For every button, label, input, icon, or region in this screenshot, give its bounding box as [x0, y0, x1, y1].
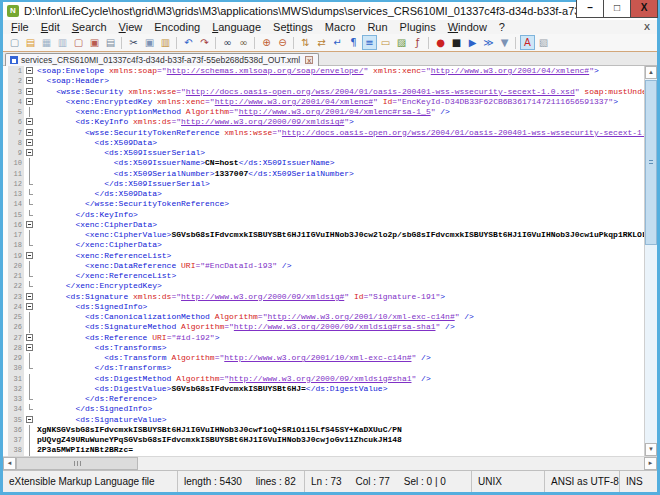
code-line[interactable]: pUQvgZ49URuWuneYPqSGVsbG8sIFdvcmxkISBUYS…: [37, 435, 644, 445]
menubar-close-icon[interactable]: X: [637, 22, 657, 32]
code-line[interactable]: </ds:SignedInfo>: [37, 404, 644, 414]
tab-close-icon[interactable]: x: [305, 56, 313, 64]
code-area[interactable]: <soap:Envelope xmlns:soap="http://schema…: [36, 66, 644, 456]
macro-record-button[interactable]: ●: [433, 35, 448, 50]
menu-item-settings[interactable]: Settings: [267, 21, 319, 33]
code-line[interactable]: <ds:X509IssuerSerial>: [37, 148, 644, 158]
code-line[interactable]: </xenc:CipherData>: [37, 240, 644, 250]
macro-save-button[interactable]: ▼: [497, 35, 512, 50]
fold-collapse-box[interactable]: [24, 138, 36, 148]
code-line[interactable]: <ds:DigestValue>SGVsbG8sIFdvcmxkISBUYSBt…: [37, 384, 644, 394]
code-line[interactable]: <wsse:SecurityTokenReference xmlns:wsse=…: [37, 128, 644, 138]
sync-horizontal-button[interactable]: ⇄: [314, 35, 329, 50]
menu-item-encoding[interactable]: Encoding: [148, 21, 206, 33]
close-window-button[interactable]: X: [630, 0, 658, 18]
menu-item-run[interactable]: Run: [361, 21, 393, 33]
code-line[interactable]: </ds:Transforms>: [37, 363, 644, 373]
macro-run-multiple-button[interactable]: ≫: [481, 35, 496, 50]
copy-button[interactable]: ▣: [142, 35, 157, 50]
code-line[interactable]: <xenc:EncryptionMethod Algorithm="http:/…: [37, 107, 644, 117]
code-line[interactable]: <wsse:Security xmlns:wsse="http://docs.o…: [37, 87, 644, 97]
code-line[interactable]: </ds:X509Data>: [37, 189, 644, 199]
code-line[interactable]: <soap:Envelope xmlns:soap="http://schema…: [37, 66, 644, 76]
code-line[interactable]: </xenc:EncryptedKey>: [37, 281, 644, 291]
show-all-chars-button[interactable]: ¶: [346, 35, 361, 50]
close-all-button[interactable]: ▣: [87, 35, 102, 50]
fold-collapse-box[interactable]: [24, 66, 36, 76]
menu-item-macro[interactable]: Macro: [319, 21, 362, 33]
macro-play-button[interactable]: ▶: [465, 35, 480, 50]
code-line[interactable]: <ds:X509IssuerName>CN=host</ds:X509Issue…: [37, 158, 644, 168]
spell-check-button[interactable]: A: [520, 35, 535, 50]
code-line[interactable]: <xenc:ReferenceList>: [37, 251, 644, 261]
fold-collapse-box[interactable]: [24, 292, 36, 302]
code-line[interactable]: <ds:Signature xmlns:ds="http://www.w3.or…: [37, 292, 644, 302]
code-line[interactable]: <ds:DigestMethod Algorithm="http://www.w…: [37, 374, 644, 384]
find-button[interactable]: ∞: [220, 35, 235, 50]
menu-item-window[interactable]: Window: [442, 21, 493, 33]
code-line[interactable]: XgNKSGVsbG8sIFdvcmxkISBUYSBt6HJ1IGVuIHNo…: [37, 425, 644, 435]
menu-item-language[interactable]: Language: [206, 21, 267, 33]
menu-item-help[interactable]: ?: [493, 21, 511, 33]
fold-collapse-box[interactable]: [24, 128, 36, 138]
fold-collapse-box[interactable]: [24, 148, 36, 158]
fold-collapse-box[interactable]: [24, 117, 36, 127]
code-line[interactable]: </wsse:SecurityTokenReference>: [37, 199, 644, 209]
function-list-button[interactable]: ƒ: [410, 35, 425, 50]
code-line[interactable]: </ds:X509IssuerSerial>: [37, 179, 644, 189]
fold-collapse-box[interactable]: [24, 76, 36, 86]
editor-pane[interactable]: 1234567891011121314151617181920212223242…: [3, 66, 657, 456]
code-line[interactable]: </xenc:ReferenceList>: [37, 271, 644, 281]
macro-stop-button[interactable]: ■: [449, 35, 464, 50]
word-wrap-button[interactable]: ↵: [330, 35, 345, 50]
fold-margin[interactable]: [24, 66, 36, 456]
code-line[interactable]: <ds:X509Data>: [37, 138, 644, 148]
document-map-button[interactable]: ▨: [394, 35, 409, 50]
code-line[interactable]: <xenc:CipherData>: [37, 220, 644, 230]
code-line[interactable]: <ds:CanonicalizationMethod Algorithm="ht…: [37, 312, 644, 322]
menu-item-search[interactable]: Search: [66, 21, 113, 33]
scroll-right-arrow-icon[interactable]: ►: [644, 457, 657, 470]
code-line[interactable]: <ds:SignatureValue>: [37, 415, 644, 425]
code-line[interactable]: <xenc:DataReference URI="#EncDataId-193"…: [37, 261, 644, 271]
doc-switcher-button[interactable]: ▧: [536, 35, 551, 50]
sync-vertical-button[interactable]: ⇅: [298, 35, 313, 50]
code-line[interactable]: <ds:Reference URI="#id-192">: [37, 333, 644, 343]
code-line[interactable]: <ds:X509SerialNumber>1337007</ds:X509Ser…: [37, 169, 644, 179]
menu-item-view[interactable]: View: [113, 21, 149, 33]
scroll-up-arrow-icon[interactable]: ▲: [645, 66, 657, 79]
code-line[interactable]: <soap:Header>: [37, 76, 644, 86]
fold-collapse-box[interactable]: [24, 220, 36, 230]
maximize-button[interactable]: □: [603, 0, 631, 18]
fold-collapse-box[interactable]: [24, 302, 36, 312]
scroll-left-arrow-icon[interactable]: ◄: [3, 457, 16, 470]
zoom-out-button[interactable]: ⊖: [275, 35, 290, 50]
code-line[interactable]: <xenc:EncryptedKey xmlns:xenc="http://ww…: [37, 97, 644, 107]
paste-button[interactable]: ▥: [158, 35, 173, 50]
fold-collapse-box[interactable]: [24, 343, 36, 353]
fold-collapse-box[interactable]: [24, 97, 36, 107]
code-line[interactable]: 2P3a5MWPIizNBt2BRzc=: [37, 445, 644, 455]
horizontal-scrollbar-thumb[interactable]: [16, 457, 138, 470]
code-line[interactable]: <ds:SignedInfo>: [37, 302, 644, 312]
menu-item-file[interactable]: File: [5, 21, 35, 33]
menu-item-edit[interactable]: Edit: [35, 21, 66, 33]
save-button[interactable]: ▦: [39, 35, 54, 50]
horizontal-scrollbar[interactable]: ◄ ►: [3, 456, 657, 470]
fold-collapse-box[interactable]: [24, 87, 36, 97]
code-line[interactable]: <ds:Transforms>: [37, 343, 644, 353]
redo-button[interactable]: ↷: [197, 35, 212, 50]
vertical-scrollbar-thumb[interactable]: [645, 80, 657, 245]
code-line[interactable]: </ds:Reference>: [37, 394, 644, 404]
scroll-down-arrow-icon[interactable]: ▼: [645, 443, 657, 456]
open-file-button[interactable]: ▤: [23, 35, 38, 50]
fold-collapse-box[interactable]: [24, 415, 36, 425]
tab-services-crs610mi-out-xml[interactable]: services_CRS610MI_01337c4f3-d34d-b33f-a7…: [5, 53, 319, 66]
code-line[interactable]: <ds:SignatureMethod Algorithm="http://ww…: [37, 322, 644, 332]
fold-collapse-box[interactable]: [24, 333, 36, 343]
print-button[interactable]: ▤: [103, 35, 118, 50]
undo-button[interactable]: ↶: [181, 35, 196, 50]
code-line[interactable]: <ds:KeyInfo xmlns:ds="http://www.w3.org/…: [37, 117, 644, 127]
replace-button[interactable]: ∞: [236, 35, 251, 50]
menu-item-plugins[interactable]: Plugins: [394, 21, 442, 33]
